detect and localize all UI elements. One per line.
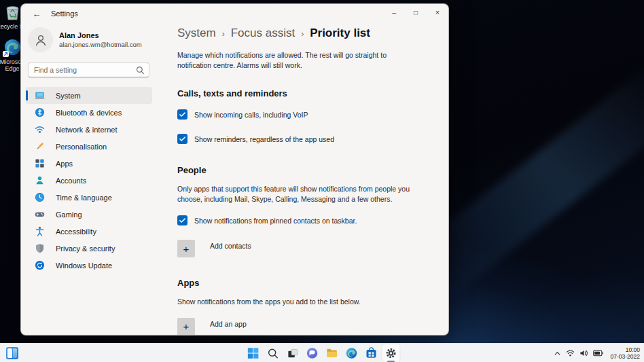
taskbar-search-button[interactable] bbox=[264, 344, 282, 362]
sidebar-item-label: Accounts bbox=[56, 177, 86, 185]
back-button[interactable]: ← bbox=[29, 7, 44, 20]
apps-grid-icon bbox=[35, 158, 45, 168]
section-description: Show notifications from the apps you add… bbox=[177, 297, 429, 307]
add-contacts-button[interactable]: + bbox=[177, 240, 195, 257]
taskbar: 10:00 07-03-2022 bbox=[0, 343, 644, 362]
breadcrumb-separator: › bbox=[222, 29, 225, 39]
add-app-button[interactable]: + bbox=[177, 318, 195, 336]
profile-email: alan.jones.wm@hotmail.com bbox=[59, 41, 142, 48]
sidebar-item-accessibility[interactable]: Accessibility bbox=[26, 223, 152, 240]
sidebar-item-label: Personalisation bbox=[56, 143, 107, 151]
checkbox-label: Show notifications from pinned contacts … bbox=[194, 217, 357, 225]
section-title: Calls, texts and reminders bbox=[177, 88, 435, 98]
checkbox-reminders[interactable] bbox=[177, 134, 187, 144]
breadcrumb-focus-assist[interactable]: Focus assist bbox=[231, 26, 295, 40]
page-description: Manage which notifications are allowed. … bbox=[177, 50, 407, 70]
paintbrush-icon bbox=[35, 141, 45, 151]
setting-row: Show incoming calls, including VoIP bbox=[177, 109, 435, 120]
windows-start-icon bbox=[247, 347, 260, 359]
add-app-row: + Add an app bbox=[177, 318, 435, 336]
search-input[interactable] bbox=[28, 62, 149, 77]
sidebar-item-label: Network & internet bbox=[56, 126, 117, 134]
search-icon bbox=[136, 65, 145, 77]
edge-desktop-icon bbox=[3, 38, 22, 56]
sidebar-item-system[interactable]: System bbox=[26, 87, 152, 104]
maximize-button[interactable]: □ bbox=[405, 4, 427, 20]
wifi-icon[interactable] bbox=[566, 349, 575, 357]
sidebar-nav: System Bluetooth & devices Network & int… bbox=[21, 87, 157, 274]
window-controls: – □ × bbox=[383, 4, 448, 20]
clock-time: 10:00 bbox=[611, 346, 640, 353]
checkbox-label: Show reminders, regardless of the app us… bbox=[194, 135, 334, 143]
sidebar-item-label: Windows Update bbox=[56, 261, 112, 270]
widgets-icon bbox=[7, 348, 12, 358]
taskbar-clock[interactable]: 10:00 07-03-2022 bbox=[611, 346, 640, 360]
setting-row: Show notifications from pinned contacts … bbox=[177, 215, 435, 225]
file-explorer-button[interactable] bbox=[323, 344, 341, 362]
minimize-button[interactable]: – bbox=[383, 4, 405, 20]
start-button[interactable] bbox=[245, 344, 262, 362]
store-button[interactable] bbox=[363, 344, 380, 362]
sidebar-item-time-language[interactable]: Time & language bbox=[26, 189, 152, 206]
search-box bbox=[28, 62, 149, 77]
sidebar-item-label: Apps bbox=[56, 160, 73, 168]
checkbox-label: Show incoming calls, including VoIP bbox=[194, 111, 308, 119]
gear-icon bbox=[385, 347, 397, 359]
sidebar-item-bluetooth-devices[interactable]: Bluetooth & devices bbox=[26, 104, 152, 121]
section-calls-texts-reminders: Calls, texts and reminders Show incoming… bbox=[177, 88, 435, 144]
system-icon bbox=[35, 90, 45, 101]
sidebar-item-apps[interactable]: Apps bbox=[26, 155, 152, 172]
settings-taskbar-button[interactable] bbox=[382, 344, 400, 362]
task-view-button[interactable] bbox=[284, 344, 302, 362]
section-title: Apps bbox=[177, 278, 435, 288]
widgets-button[interactable] bbox=[6, 347, 18, 359]
sidebar-item-privacy-security[interactable]: Privacy & security bbox=[26, 240, 152, 257]
settings-window: ← Settings – □ × Alan Jones alan.jones.w… bbox=[20, 3, 449, 336]
accessibility-person-icon bbox=[35, 226, 45, 236]
page-content: System › Focus assist › Priority list Ma… bbox=[157, 23, 448, 335]
file-explorer-icon bbox=[326, 347, 338, 359]
chat-button[interactable] bbox=[304, 344, 321, 362]
sidebar-item-accounts[interactable]: Accounts bbox=[26, 172, 152, 189]
sidebar-item-label: Privacy & security bbox=[56, 245, 115, 253]
edge-button[interactable] bbox=[343, 344, 361, 362]
sidebar-item-label: Gaming bbox=[56, 211, 82, 219]
add-contacts-row: + Add contacts bbox=[177, 240, 435, 257]
page-title: Priority list bbox=[310, 26, 370, 40]
chat-icon bbox=[306, 347, 319, 359]
section-people: People Only apps that support this featu… bbox=[177, 165, 435, 257]
update-icon bbox=[35, 260, 45, 270]
battery-icon[interactable] bbox=[593, 350, 603, 357]
profile-name: Alan Jones bbox=[59, 31, 142, 39]
sidebar-item-personalisation[interactable]: Personalisation bbox=[26, 138, 152, 155]
setting-row: Show reminders, regardless of the app us… bbox=[177, 134, 435, 144]
sidebar-item-label: Accessibility bbox=[56, 228, 96, 236]
wifi-icon bbox=[35, 124, 45, 134]
shortcut-arrow-badge bbox=[3, 51, 9, 57]
volume-icon[interactable] bbox=[579, 349, 588, 357]
titlebar[interactable]: ← Settings – □ × bbox=[21, 4, 448, 23]
sidebar-item-network-internet[interactable]: Network & internet bbox=[26, 121, 152, 138]
breadcrumb-system[interactable]: System bbox=[177, 26, 216, 40]
checkbox-pinned-contacts[interactable] bbox=[177, 215, 187, 225]
sidebar: Alan Jones alan.jones.wm@hotmail.com Sys… bbox=[21, 23, 157, 335]
task-view-icon bbox=[287, 348, 298, 359]
shield-icon bbox=[35, 243, 45, 253]
taskbar-center bbox=[245, 344, 400, 362]
profile[interactable]: Alan Jones alan.jones.wm@hotmail.com bbox=[28, 27, 157, 52]
sidebar-item-label: System bbox=[56, 92, 81, 100]
checkbox-incoming-calls[interactable] bbox=[177, 109, 187, 120]
chevron-up-icon[interactable] bbox=[554, 350, 561, 357]
person-icon bbox=[35, 175, 45, 185]
edge-icon bbox=[346, 347, 358, 359]
breadcrumb-separator: › bbox=[301, 29, 304, 39]
check-icon bbox=[179, 111, 186, 118]
breadcrumb: System › Focus assist › Priority list bbox=[177, 26, 435, 40]
sidebar-item-windows-update[interactable]: Windows Update bbox=[26, 257, 152, 274]
add-app-label: Add an app bbox=[210, 320, 247, 328]
close-button[interactable]: × bbox=[427, 4, 448, 20]
window-title: Settings bbox=[51, 10, 78, 18]
section-title: People bbox=[177, 165, 435, 175]
sidebar-item-label: Bluetooth & devices bbox=[56, 109, 122, 117]
sidebar-item-gaming[interactable]: Gaming bbox=[26, 206, 152, 223]
